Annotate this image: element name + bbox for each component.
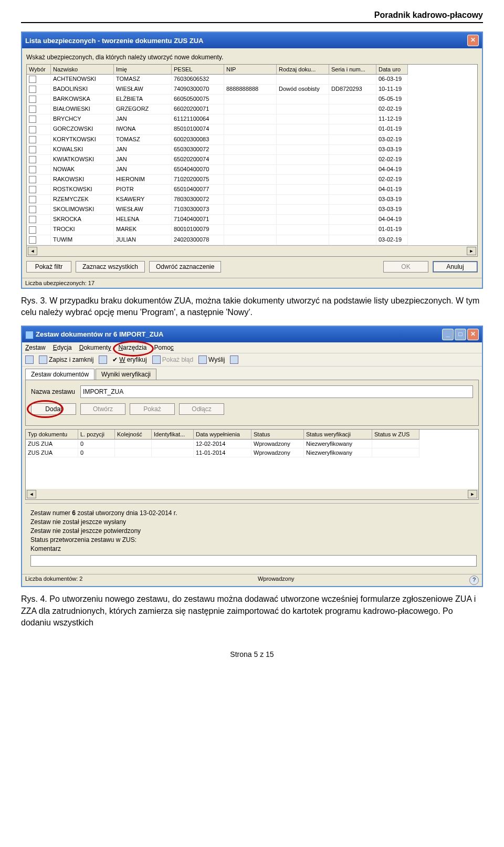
tab-strip[interactable]: Zestaw dokumentów Wyniki weryfikacji (22, 367, 482, 380)
col-kol[interactable]: Kolejność (115, 430, 152, 440)
table-row[interactable]: RAKOWSKIHIERONIM7102020007502-02-19 (27, 175, 477, 185)
row-checkbox[interactable] (29, 116, 36, 123)
extra-icon[interactable] (230, 355, 238, 364)
row-checkbox[interactable] (29, 106, 36, 113)
save-and-close-button[interactable]: Zapisz i zamknij (39, 355, 93, 364)
col-lp[interactable]: L. pozycji (78, 430, 115, 440)
print-icon[interactable] (99, 355, 107, 364)
row-checkbox[interactable] (29, 136, 36, 143)
menu-bar[interactable]: Zestaw Edycja Dokumenty Narzędzia Pomoc (22, 342, 482, 353)
col-data[interactable]: Data wypełnienia (194, 430, 251, 440)
menu-edycja[interactable]: Edycja (53, 344, 72, 351)
col-pesel[interactable]: PESEL (172, 65, 224, 75)
col-id[interactable]: Identyfikat... (152, 430, 194, 440)
col-wybor[interactable]: Wybór (27, 65, 51, 75)
col-nip[interactable]: NIP (224, 65, 277, 75)
table-row[interactable]: TROCKIMAREK8001010007901-01-19 (27, 225, 477, 235)
show-filter-button[interactable]: Pokaż filtr (26, 261, 71, 273)
insured-grid[interactable]: Wybór Nazwisko Imię PESEL NIP Rodzaj dok… (26, 64, 478, 257)
col-nazwisko[interactable]: Nazwisko (51, 65, 114, 75)
scroll-left-icon[interactable]: ◄ (28, 247, 37, 255)
scroll-right-icon[interactable]: ► (467, 247, 476, 255)
minimize-icon[interactable]: _ (442, 329, 454, 340)
cell-seria (329, 104, 376, 114)
row-checkbox[interactable] (29, 196, 36, 203)
cell-kol (115, 440, 152, 448)
table-row[interactable]: ZUS ZUA011-01-2014WprowadzonyNiezweryfik… (26, 448, 478, 457)
select-all-button[interactable]: Zaznacz wszystkich (76, 261, 145, 273)
cancel-button[interactable]: Anuluj (433, 261, 478, 273)
cell-imie: JAN (114, 114, 172, 124)
cell-pesel: 85010100074 (172, 124, 224, 134)
row-checkbox[interactable] (29, 76, 36, 83)
cell-imie: JAN (114, 155, 172, 165)
table-row[interactable]: RZEMYCZEKKSAWERY7803030007203-03-19 (27, 195, 477, 205)
col-status[interactable]: Status (251, 430, 304, 440)
row-checkbox[interactable] (29, 126, 36, 133)
documents-grid[interactable]: Typ dokumentu L. pozycji Kolejność Ident… (25, 429, 479, 500)
table-row[interactable]: KOWALSKIJAN6503030007203-03-19 (27, 145, 477, 155)
help-icon[interactable]: ? (469, 576, 479, 585)
verify-button[interactable]: ✔ Weryfikuj (112, 356, 146, 363)
row-checkbox[interactable] (29, 86, 36, 93)
scroll-left-icon[interactable]: ◄ (27, 490, 36, 498)
col-weryf[interactable]: Status weryfikacji (304, 430, 372, 440)
horizontal-scrollbar[interactable]: ◄ ► (26, 489, 478, 499)
status-doc-count: Liczba dokumentów: 2 (25, 576, 82, 585)
row-checkbox[interactable] (29, 176, 36, 183)
table-row[interactable]: NOWAKJAN6504040007004-04-19 (27, 165, 477, 175)
col-seria[interactable]: Seria i num... (329, 65, 376, 75)
save-icon[interactable] (25, 355, 34, 364)
row-checkbox[interactable] (29, 156, 36, 163)
row-checkbox[interactable] (29, 166, 36, 173)
cell-nazwisko: KORYTKOWSKI (51, 135, 114, 145)
col-zus[interactable]: Status w ZUS (372, 430, 419, 440)
table-row[interactable]: BIAŁOWIESKIGRZEGORZ6602020007102-02-19 (27, 104, 477, 114)
table-row[interactable]: GORCZOWSKIIWONA8501010007401-01-19 (27, 124, 477, 134)
table-row[interactable]: ACHTENOWSKITOMASZ7603060653206-03-19 (27, 75, 477, 85)
titlebar[interactable]: Zestaw dokumentów nr 6 IMPORT_ZUA _ □ ✕ (22, 327, 482, 342)
menu-dokumenty[interactable]: Dokumenty (79, 344, 111, 351)
col-imie[interactable]: Imię (114, 65, 172, 75)
highlight-circle-dodaj (27, 400, 64, 418)
cell-nazwisko: TROCKI (51, 225, 114, 235)
menu-pomoc[interactable]: Pomoc (154, 344, 173, 351)
ok-button[interactable]: OK (383, 261, 428, 273)
table-row[interactable]: KORYTKOWSKITOMASZ6002030008303-02-19 (27, 135, 477, 145)
close-icon[interactable]: ✕ (467, 35, 479, 46)
horizontal-scrollbar[interactable]: ◄ ► (27, 245, 477, 256)
tab-zestaw-dokumentow[interactable]: Zestaw dokumentów (25, 369, 94, 380)
menu-zestaw[interactable]: Zestaw (25, 344, 46, 351)
tab-wyniki-weryfikacji[interactable]: Wyniki weryfikacji (96, 369, 156, 380)
row-checkbox[interactable] (29, 186, 36, 193)
row-checkbox[interactable] (29, 96, 36, 103)
col-typ[interactable]: Typ dokumentu (26, 430, 78, 440)
close-icon[interactable]: ✕ (467, 329, 479, 340)
invert-selection-button[interactable]: Odwróć zaznaczenie (149, 261, 221, 273)
table-row[interactable]: SKROCKAHELENA7104040007104-04-19 (27, 215, 477, 225)
table-row[interactable]: BARKOWSKAELŻBIETA6605050007505-05-19 (27, 95, 477, 104)
col-data[interactable]: Data uro (376, 65, 408, 75)
row-checkbox[interactable] (29, 216, 36, 223)
cell-imie: TOMASZ (114, 75, 172, 85)
nazwa-zestawu-input[interactable] (80, 385, 473, 398)
cell-pesel: 65030300072 (172, 145, 224, 155)
send-button[interactable]: Wyślij (198, 355, 225, 364)
table-row[interactable]: BADOLIŃSKIWIESŁAW740903000708888888888Do… (27, 85, 477, 95)
row-checkbox[interactable] (29, 236, 36, 244)
table-row[interactable]: SKOLIMOWSKIWIESŁAW7103030007303-03-19 (27, 205, 477, 215)
table-row[interactable]: KWIATKOWSKIJAN6502020007402-02-19 (27, 155, 477, 165)
maximize-icon[interactable]: □ (455, 329, 466, 340)
row-checkbox[interactable] (29, 226, 36, 234)
table-row[interactable]: ROSTKOWSKIPIOTR6501040007704-01-19 (27, 185, 477, 195)
col-rodzaj[interactable]: Rodzaj doku... (277, 65, 329, 75)
titlebar[interactable]: Lista ubezpieczonych - tworzenie dokumen… (22, 33, 482, 48)
row-checkbox[interactable] (29, 146, 36, 153)
table-row[interactable]: TUWIMJULIAN2402030007803-02-19 (27, 235, 477, 245)
row-checkbox[interactable] (29, 206, 36, 213)
menu-narzedzia[interactable]: Narzędzia (118, 344, 146, 351)
scroll-right-icon[interactable]: ► (468, 490, 477, 498)
table-row[interactable]: BRYCHCYJAN6112110006411-12-19 (27, 114, 477, 124)
table-row[interactable]: ZUS ZUA012-02-2014WprowadzonyNiezweryfik… (26, 440, 478, 448)
comment-input[interactable] (30, 555, 477, 567)
